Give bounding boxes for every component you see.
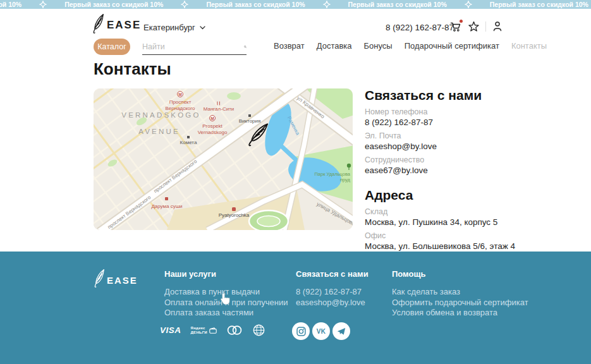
favorites-button[interactable] [468,21,480,32]
contact-heading: Связаться с нами [365,88,587,103]
search-bar [142,39,247,55]
page: Первый заказ со скидкой 10% Первый заказ… [0,0,591,364]
instagram-icon [296,327,306,336]
svg-text:Проспект: Проспект [169,99,192,105]
footer: EASE Наши услуги Доставка в пункт выдачи… [0,252,591,364]
social-links: VK [292,322,350,340]
svg-text:Pyatyorochka: Pyatyorochka [219,212,250,218]
footer-heading: Связаться с нами [296,269,369,279]
globe-payment-icon [252,324,265,337]
mastercard-icon [226,325,243,336]
promo-banner-item: Первый заказ со скидкой 10% [0,1,64,8]
footer-column-contact: Связаться с нами 8 (922) 162-87-87 eases… [296,269,369,308]
city-label: Екатеринбург [143,23,195,32]
svg-text:Комета: Комета [180,140,197,145]
map[interactable]: VERNADSKOGO AVENUE проспект Вернадского … [94,88,353,230]
search-input[interactable] [142,42,244,51]
cart-badge [460,20,463,23]
vk-button[interactable]: VK [312,322,330,340]
search-icon[interactable] [244,42,247,51]
logo-text: EASE [107,19,141,32]
contact-label: Сотрудничество [365,155,587,164]
svg-text:М: М [178,92,181,97]
svg-text:Prospekt: Prospekt [202,123,222,129]
footer-logo[interactable]: EASE [94,269,138,288]
cart-button[interactable] [449,20,462,32]
footer-column-help: Помощь Как сделать заказ Оформить подаро… [392,269,528,318]
person-icon [492,21,503,32]
footer-column-services: Наши услуги Доставка в пункт выдачи Опла… [164,269,288,318]
promo-text: Первый заказ со скидкой 10% [490,1,588,8]
nav-link-dostavka[interactable]: Доставка [317,41,352,51]
address-label: Склад [365,207,587,216]
svg-text:Мангал-Сити: Мангал-Сити [204,106,235,112]
header-icons [449,20,503,32]
sparkle-icon [465,1,472,8]
nav-link-vozvrat[interactable]: Возврат [274,41,305,51]
footer-logo-text: EASE [107,275,138,286]
city-selector[interactable]: Екатеринбург [143,23,205,32]
sparkle-icon [39,1,47,8]
promo-banner-item: Первый заказ со скидкой 10% [206,1,348,8]
wallet-icon [209,327,217,334]
contact-label: Эл. Почта [365,131,587,140]
main-nav: Возврат Доставка Бонусы Подарочный серти… [274,41,547,51]
svg-text:Вернадского: Вернадского [166,106,196,111]
yandex-money-line1: Яндекс [191,326,205,330]
map-stadium [249,210,288,230]
address-warehouse: Москва, ул. Пушкина 34, корпус 5 [365,217,587,227]
contact-email[interactable]: easeshop@by.love [365,142,587,151]
vk-icon: VK [317,328,326,335]
chevron-down-icon [200,26,205,30]
nav-link-kontakty[interactable]: Контакты [511,41,547,51]
yandex-money-icon: Яндекс ДЕНЬГИ [191,326,217,334]
svg-text:пруд: пруд [340,177,351,183]
footer-email-link[interactable]: easeshop@by.love [296,298,369,308]
footer-link-gift-certificate[interactable]: Оформить подарочный сертификат [392,298,528,308]
telegram-button[interactable] [332,322,350,340]
svg-text:AVENUE: AVENUE [138,128,180,135]
footer-link-payment-online[interactable]: Оплата онлайн и при получении [164,298,288,308]
promo-text: Первый заказ со скидкой 10% [0,1,21,8]
contact-coop-email[interactable]: ease67@by.love [365,166,587,175]
sparkle-icon [323,1,331,8]
address-label: Офис [365,231,587,240]
addresses-heading: Адреса [365,188,587,203]
promo-text: Первый заказ со скидкой 10% [206,1,305,8]
address-office: Москва, ул. Большевикова 5/6, этаж 4 [365,241,587,251]
yandex-money-line2: ДЕНЬГИ [191,331,207,334]
contact-phone[interactable]: 8 (922) 162-87-87 [365,118,587,127]
promo-banner-item: Первый заказ со скидкой 10% [348,1,490,8]
visa-icon: VISA [160,325,181,335]
header-phone-link[interactable]: 8 (922) 162-87-87 [386,23,454,32]
instagram-button[interactable] [292,322,310,340]
catalog-button[interactable]: Каталог [94,39,130,55]
page-title: Контакты [94,59,171,79]
svg-text:М: М [210,116,214,121]
contact-label: Номер телефона [365,107,587,116]
promo-text: Первый заказ со скидкой 10% [64,1,163,8]
nav-link-bonusy[interactable]: Бонусы [364,41,393,51]
contact-info: Связаться с нами Номер телефона 8 (922) … [365,88,587,251]
footer-phone-link[interactable]: 8 (922) 162-87-87 [296,287,369,298]
promo-banner: Первый заказ со скидкой 10% Первый заказ… [0,0,591,9]
promo-banner-item: Первый заказ со скидкой 10% [64,1,206,8]
footer-link-returns[interactable]: Условия обмена и возврата [392,308,528,318]
svg-text:Парк Удальцова: Парк Удальцова [314,171,350,177]
feather-logo-icon [92,14,105,33]
feather-logo-icon [94,269,106,288]
star-icon [468,21,480,32]
sparkle-icon [181,1,188,8]
promo-banner-item: Первый заказ со скидкой 10% [490,1,591,8]
promo-text: Первый заказ со скидкой 10% [348,1,447,8]
footer-link-how-to-order[interactable]: Как сделать заказ [392,287,528,298]
account-button[interactable] [492,21,503,32]
logo[interactable]: EASE [92,14,141,33]
footer-heading: Помощь [392,269,528,279]
payment-methods: VISA Яндекс ДЕНЬГИ [160,324,265,337]
footer-link-installments[interactable]: Оплата заказа частями [164,308,288,318]
svg-text:Vernadskogo: Vernadskogo [198,130,228,135]
nav-link-certificate[interactable]: Подарочный сертификат [405,41,499,51]
svg-text:Виктория: Виктория [239,118,261,124]
footer-link-pickup[interactable]: Доставка в пункт выдачи [164,287,288,298]
